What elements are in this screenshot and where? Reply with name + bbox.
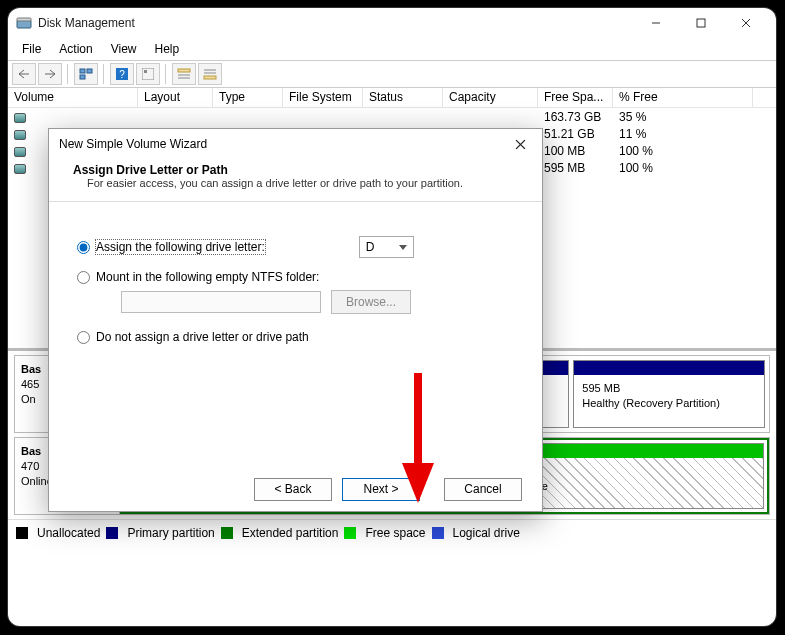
app-icon (16, 15, 32, 31)
col-freespace[interactable]: Free Spa... (538, 88, 613, 107)
next-button[interactable]: Next > (342, 478, 420, 501)
partition-size: 595 MB (582, 382, 620, 394)
list-bottom-icon[interactable] (198, 63, 222, 85)
svg-rect-18 (204, 76, 216, 79)
list-top-icon[interactable] (172, 63, 196, 85)
dialog-titlebar: New Simple Volume Wizard (49, 129, 542, 159)
title-bar: Disk Management (8, 8, 776, 38)
disk-capacity: 470 (21, 460, 39, 472)
label-mount-folder[interactable]: Mount in the following empty NTFS folder… (96, 270, 319, 284)
volume-icon (14, 113, 26, 123)
col-type[interactable]: Type (213, 88, 283, 107)
volume-icon (14, 147, 26, 157)
table-row[interactable]: 163.73 GB 35 % (8, 108, 776, 125)
radio-mount-folder[interactable] (77, 271, 90, 284)
forward-icon[interactable] (38, 63, 62, 85)
dialog-heading: Assign Drive Letter or Path (73, 163, 518, 177)
svg-rect-11 (142, 68, 154, 80)
radio-assign-letter[interactable] (77, 241, 90, 254)
disk-capacity: 465 (21, 378, 39, 390)
window-frame: Disk Management File Action View Help ? … (8, 8, 776, 626)
swatch-primary (106, 527, 118, 539)
menu-help[interactable]: Help (147, 40, 188, 58)
dialog-footer: < Back Next > Cancel (49, 467, 542, 511)
maximize-button[interactable] (678, 10, 723, 36)
partition-status: Healthy (Recovery Partition) (582, 397, 720, 409)
back-icon[interactable] (12, 63, 36, 85)
volume-icon (14, 164, 26, 174)
drive-letter-select[interactable]: D (359, 236, 414, 258)
svg-rect-6 (80, 69, 85, 73)
browse-button: Browse... (331, 290, 411, 314)
disk-label: Bas (21, 445, 41, 457)
legend-primary: Primary partition (127, 526, 214, 540)
col-layout[interactable]: Layout (138, 88, 213, 107)
legend-logical: Logical drive (453, 526, 520, 540)
cell-pct: 11 % (613, 127, 753, 141)
back-button[interactable]: < Back (254, 478, 332, 501)
volume-columns: Volume Layout Type File System Status Ca… (8, 88, 776, 108)
dialog-close-button[interactable] (508, 132, 532, 156)
legend-extended: Extended partition (242, 526, 339, 540)
svg-rect-3 (697, 19, 705, 27)
legend: Unallocated Primary partition Extended p… (8, 519, 776, 546)
svg-rect-12 (144, 70, 147, 73)
radio-no-letter[interactable] (77, 331, 90, 344)
swatch-unallocated (16, 527, 28, 539)
col-status[interactable]: Status (363, 88, 443, 107)
cell-free: 51.21 GB (538, 127, 613, 141)
swatch-extended (221, 527, 233, 539)
label-no-letter[interactable]: Do not assign a drive letter or drive pa… (96, 330, 309, 344)
svg-text:?: ? (119, 69, 125, 80)
svg-rect-8 (80, 75, 85, 79)
legend-free: Free space (365, 526, 425, 540)
cell-pct: 100 % (613, 144, 753, 158)
new-volume-wizard-dialog: New Simple Volume Wizard Assign Drive Le… (48, 128, 543, 512)
col-capacity[interactable]: Capacity (443, 88, 538, 107)
view-icon[interactable] (74, 63, 98, 85)
legend-unallocated: Unallocated (37, 526, 100, 540)
dialog-subheading: For easier access, you can assign a driv… (73, 177, 518, 189)
minimize-button[interactable] (633, 10, 678, 36)
swatch-logical (432, 527, 444, 539)
col-filesystem[interactable]: File System (283, 88, 363, 107)
cell-pct: 100 % (613, 161, 753, 175)
menu-action[interactable]: Action (51, 40, 100, 58)
cell-free: 163.73 GB (538, 110, 613, 124)
window-title: Disk Management (38, 16, 135, 30)
dialog-header: Assign Drive Letter or Path For easier a… (49, 159, 542, 202)
volume-icon (14, 130, 26, 140)
disk-label: Bas (21, 363, 41, 375)
menu-file[interactable]: File (14, 40, 49, 58)
disk-status: On (21, 393, 36, 405)
ntfs-folder-input (121, 291, 321, 313)
cell-free: 100 MB (538, 144, 613, 158)
drive-letter-value: D (366, 240, 375, 254)
partition-recovery[interactable]: 595 MB Healthy (Recovery Partition) (573, 360, 765, 428)
label-assign-letter[interactable]: Assign the following drive letter: (96, 240, 265, 254)
help-icon[interactable]: ? (110, 63, 134, 85)
close-button[interactable] (723, 10, 768, 36)
svg-rect-7 (87, 69, 92, 73)
toolbar: ? (8, 60, 776, 88)
menu-view[interactable]: View (103, 40, 145, 58)
cell-free: 595 MB (538, 161, 613, 175)
svg-rect-13 (178, 69, 190, 72)
chevron-down-icon (399, 245, 407, 250)
cancel-button[interactable]: Cancel (444, 478, 522, 501)
cell-pct: 35 % (613, 110, 753, 124)
swatch-free (344, 527, 356, 539)
dialog-title: New Simple Volume Wizard (59, 137, 207, 151)
col-volume[interactable]: Volume (8, 88, 138, 107)
dialog-body: Assign the following drive letter: D Mou… (49, 202, 542, 378)
refresh-icon[interactable] (136, 63, 160, 85)
svg-rect-1 (17, 18, 31, 21)
col-pctfree[interactable]: % Free (613, 88, 753, 107)
menu-bar: File Action View Help (8, 38, 776, 60)
